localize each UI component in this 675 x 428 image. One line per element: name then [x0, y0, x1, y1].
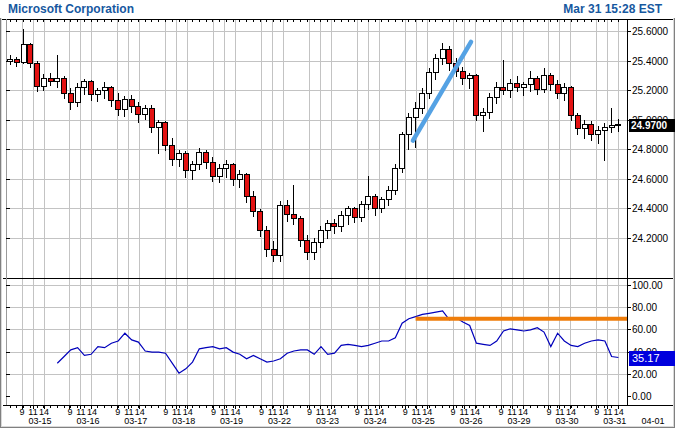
svg-text:9: 9 [307, 407, 312, 417]
svg-text:03-16: 03-16 [76, 416, 99, 426]
svg-text:0.00: 0.00 [632, 391, 652, 402]
svg-text:9: 9 [163, 407, 168, 417]
chart-timestamp: Mar 31 15:28 EST [563, 2, 662, 16]
svg-text:03-25: 03-25 [412, 416, 435, 426]
svg-text:9: 9 [19, 407, 24, 417]
svg-text:9: 9 [211, 407, 216, 417]
svg-text:9: 9 [67, 407, 72, 417]
svg-text:24.8000: 24.8000 [632, 144, 669, 155]
svg-text:03-26: 03-26 [460, 416, 483, 426]
indicator-value-badge: 35.17 [629, 351, 675, 366]
indicator-axis-labels: 100.0080.0060.0040.0020.000.00 [632, 280, 663, 402]
svg-text:20.00: 20.00 [632, 369, 657, 380]
svg-text:9: 9 [451, 407, 456, 417]
svg-text:03-18: 03-18 [172, 416, 195, 426]
chart-title: Microsoft Corporation [8, 2, 134, 16]
svg-text:03-23: 03-23 [316, 416, 339, 426]
svg-text:24.2000: 24.2000 [632, 233, 669, 244]
svg-text:9: 9 [115, 407, 120, 417]
price-axis-labels: 25.600025.400025.200025.000024.800024.60… [632, 26, 669, 244]
svg-text:9: 9 [355, 407, 360, 417]
svg-text:03-15: 03-15 [28, 416, 51, 426]
svg-text:80.00: 80.00 [632, 302, 657, 313]
price-chart-canvas[interactable]: 25.600025.400025.200025.000024.800024.60… [0, 0, 675, 428]
chart-window: Microsoft Corporation Mar 31 15:28 EST 2… [0, 0, 675, 428]
svg-text:03-31: 03-31 [603, 416, 626, 426]
svg-text:03-24: 03-24 [364, 416, 387, 426]
svg-text:03-29: 03-29 [507, 416, 530, 426]
svg-text:9: 9 [498, 407, 503, 417]
candlesticks [8, 29, 621, 262]
svg-text:25.2000: 25.2000 [632, 85, 669, 96]
time-axis-labels: 9111403-159111403-169111403-179111403-18… [19, 407, 664, 426]
svg-text:03-17: 03-17 [124, 416, 147, 426]
svg-text:24.4000: 24.4000 [632, 203, 669, 214]
last-price-badge: 24.9700 [629, 119, 675, 132]
svg-text:9: 9 [546, 407, 551, 417]
svg-text:25.4000: 25.4000 [632, 56, 669, 67]
svg-text:03-22: 03-22 [268, 416, 291, 426]
svg-text:24.6000: 24.6000 [632, 174, 669, 185]
window-border [1, 1, 675, 428]
title-bar: Microsoft Corporation Mar 31 15:28 EST [0, 0, 675, 18]
svg-text:9: 9 [259, 407, 264, 417]
svg-text:9: 9 [403, 407, 408, 417]
svg-text:9: 9 [594, 407, 599, 417]
svg-text:03-19: 03-19 [220, 416, 243, 426]
svg-text:60.00: 60.00 [632, 324, 657, 335]
svg-text:04-01: 04-01 [641, 416, 664, 426]
horizontal-gridlines [6, 32, 627, 375]
svg-text:100.00: 100.00 [632, 280, 663, 291]
svg-text:03-30: 03-30 [555, 416, 578, 426]
svg-text:25.6000: 25.6000 [632, 26, 669, 37]
